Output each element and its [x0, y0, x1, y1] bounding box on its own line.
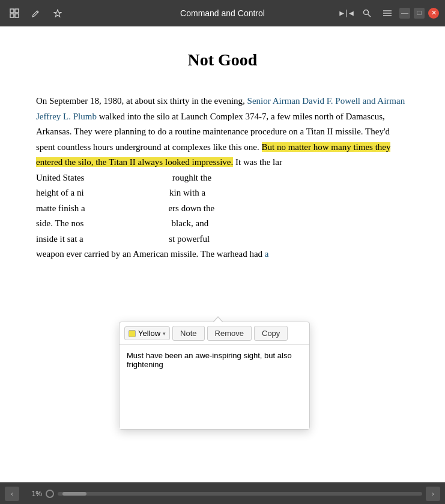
annotation-popup: Yellow ▾ Note Remove Copy — [119, 322, 310, 430]
bookmark-icon[interactable] — [49, 5, 66, 22]
annotation-textarea[interactable] — [120, 345, 309, 429]
titlebar: Command and Control ▶|◀ — □ ✕ — [0, 0, 445, 26]
paragraph-text-6: matte finish a — [36, 203, 85, 213]
edit-icon[interactable] — [28, 5, 44, 22]
ellipsis-2 — [84, 188, 170, 197]
close-button[interactable]: ✕ — [428, 8, 439, 19]
paragraph-text-1: On September 18, 1980, at about six thir… — [36, 96, 247, 106]
search-icon[interactable] — [359, 5, 375, 22]
color-selector[interactable]: Yellow ▾ — [124, 326, 170, 340]
page-title: Not Good — [36, 50, 409, 70]
scroll-right-button[interactable]: › — [426, 487, 440, 501]
svg-rect-2 — [10, 14, 14, 17]
ellipsis-4 — [83, 218, 171, 228]
copy-button[interactable]: Copy — [254, 326, 288, 341]
panel-icon[interactable] — [6, 5, 23, 22]
scroll-track[interactable] — [58, 492, 422, 496]
titlebar-left-icons — [6, 5, 66, 22]
body-text: On September 18, 1980, at about six thir… — [36, 94, 409, 262]
titlebar-right-icons: ▶|◀ — □ ✕ — [338, 5, 439, 22]
paragraph-text-5: height of a ni — [36, 188, 84, 197]
color-label: Yellow — [138, 329, 160, 338]
window-title: Command and Control — [180, 8, 265, 18]
paragraph-text-8: inside it sat a — [36, 234, 83, 244]
scrollbar-area: ‹ 1% › — [0, 482, 445, 504]
ellipsis-1 — [84, 173, 172, 182]
scroll-left-button[interactable]: ‹ — [5, 487, 19, 501]
color-dot-yellow — [129, 330, 136, 337]
remove-button[interactable]: Remove — [207, 326, 252, 341]
scroll-thumb[interactable] — [62, 492, 86, 496]
audio-icon[interactable]: ▶|◀ — [338, 5, 355, 22]
content-area: Not Good On September 18, 1980, at about… — [0, 26, 445, 482]
paragraph-text-3: It was the lar — [233, 157, 282, 167]
svg-rect-3 — [15, 14, 19, 17]
paragraph-text-9: weapon ever carried by an American missi… — [36, 249, 265, 259]
popup-arrow — [213, 316, 223, 322]
svg-marker-4 — [54, 10, 61, 17]
zoom-label: 1% — [23, 490, 42, 498]
minimize-button[interactable]: — — [399, 8, 410, 19]
paragraph-text-4: United States — [36, 173, 84, 182]
note-button[interactable]: Note — [172, 326, 204, 341]
svg-rect-1 — [15, 9, 19, 13]
paragraph-text-7: side. The nos — [36, 218, 83, 228]
svg-point-5 — [364, 10, 369, 14]
warhead-link[interactable]: a — [265, 249, 269, 259]
annotation-toolbar: Yellow ▾ Note Remove Copy — [120, 322, 309, 345]
scroll-position-indicator — [46, 490, 54, 498]
ellipsis-3 — [85, 203, 169, 213]
svg-rect-0 — [10, 9, 14, 13]
ellipsis-5 — [83, 234, 169, 244]
menu-icon[interactable] — [379, 5, 396, 22]
chevron-down-icon: ▾ — [163, 331, 166, 337]
svg-line-6 — [368, 14, 371, 17]
maximize-button[interactable]: □ — [414, 8, 425, 19]
